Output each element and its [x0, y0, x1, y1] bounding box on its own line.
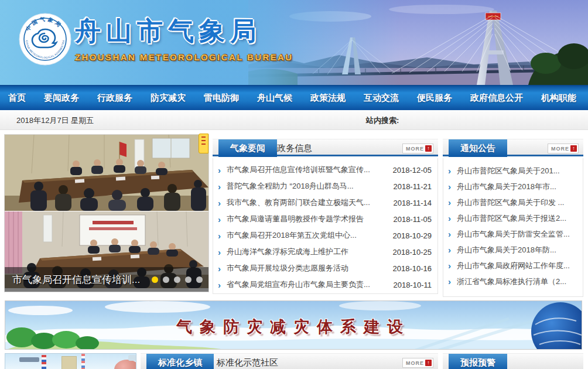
news-link[interactable]: 市气象局开展垃圾分类志愿服务活动 [227, 263, 388, 274]
news-date: 2018-12-05 [393, 166, 432, 175]
notice-row[interactable]: › 舟山市气象局政府网站工作年度... [443, 258, 583, 274]
list-arrow-icon: › [448, 276, 457, 286]
carousel-dot-5[interactable] [196, 276, 203, 283]
news-date: 2018-11-05 [393, 215, 432, 224]
news-row[interactable]: › 普陀气象全程助力 “2018舟山群岛马... 2018-11-21 [213, 178, 437, 194]
news-row[interactable]: › 市气象局召开信息宣传培训班暨气象宣传... 2018-12-05 [213, 162, 437, 178]
news-row[interactable]: › 省气象局党组宣布舟山市气象局主要负责... 2018-10-11 [213, 276, 437, 293]
notice-link[interactable]: 舟山市气象局关于2018年防... [457, 245, 577, 255]
carousel-photo-1[interactable] [5, 135, 208, 211]
carousel-dot-4[interactable] [185, 276, 192, 283]
news-date: 2018-10-11 [393, 281, 432, 289]
news-link[interactable]: 普陀气象全程助力 “2018舟山群岛马... [227, 181, 388, 192]
tab-weather-news[interactable]: 气象要闻 [218, 139, 277, 157]
standards-tabbar: 标准化乡镇 标准化示范社区 MORE ↑ [141, 353, 438, 369]
list-arrow-icon: › [448, 182, 457, 192]
list-arrow-icon: › [218, 182, 227, 192]
tab-standard-communities[interactable]: 标准化示范社区 [217, 354, 278, 369]
news-row[interactable]: › 我市气象、教育两部门联合建立极端天气... 2018-11-14 [213, 194, 437, 211]
list-arrow-icon: › [218, 231, 227, 241]
nav-item-climate[interactable]: 舟山气候 [257, 93, 292, 104]
notice-link[interactable]: 舟山市气象局关于防雷安全监管... [457, 229, 577, 240]
notice-link[interactable]: 浙江省气象局标准执行清单（2... [457, 276, 577, 287]
nav-item-home[interactable]: 首页 [8, 93, 26, 104]
notice-link[interactable]: 舟山市普陀区气象局关于201... [457, 166, 577, 176]
standards-more-button[interactable]: MORE ↑ [402, 358, 433, 368]
forecast-tabbar: 预报预警 [443, 353, 583, 369]
notice-row[interactable]: › 舟山市普陀区气象局关于印发 ... [443, 194, 583, 210]
notice-tabbar: 通知公告 MORE ↑ [443, 139, 583, 156]
nav-item-policy[interactable]: 政策法规 [310, 93, 346, 104]
notice-link[interactable]: 舟山市普陀区气象局关于印发 ... [457, 197, 577, 208]
news-link[interactable]: 市气象局召开2018年第五次党组中心... [227, 230, 388, 241]
nav-item-info-disclosure[interactable]: 政府信息公开 [470, 93, 523, 104]
tab-notices[interactable]: 通知公告 [449, 139, 507, 157]
news-row[interactable]: › 市气象局召开2018年第五次党组中心... 2018-10-29 [213, 227, 437, 244]
news-date: 2018-10-25 [393, 248, 432, 257]
floating-widget-tab[interactable] [199, 134, 208, 153]
list-arrow-icon: › [218, 165, 227, 175]
news-date: 2018-10-16 [393, 264, 432, 273]
list-arrow-icon: › [448, 197, 457, 207]
news-row[interactable]: › 市气象局开展垃圾分类志愿服务活动 2018-10-16 [213, 260, 437, 276]
notices-more-button[interactable]: MORE ↑ [548, 144, 579, 153]
nav-item-functions[interactable]: 机构职能 [541, 93, 576, 104]
page: 中国气象局 CHINA METEOROLOGICAL ADMINISTRATIO… [0, 0, 588, 369]
list-arrow-icon: › [218, 214, 227, 224]
disaster-prevention-banner[interactable]: 气象防灾减灾体系建设 [5, 300, 582, 350]
nav-item-lightning[interactable]: 雷电防御 [204, 93, 239, 104]
notice-row[interactable]: › 舟山市普陀区气象局关于报送2... [443, 210, 583, 226]
notice-row[interactable]: › 舟山市气象局关于2018年防... [443, 242, 583, 258]
more-arrow-icon: ↑ [425, 145, 432, 152]
site-search-label: 站内搜索: [366, 115, 399, 126]
photo-carousel[interactable]: 市气象局召开信息宣传培训... [5, 135, 208, 292]
more-label: MORE [406, 146, 424, 152]
notice-row[interactable]: › 浙江省气象局标准执行清单（2... [443, 274, 583, 289]
list-arrow-icon: › [448, 166, 457, 176]
cma-logo: 中国气象局 CHINA METEOROLOGICAL ADMINISTRATIO… [19, 13, 71, 66]
notice-row[interactable]: › 舟山市普陀区气象局关于201... [443, 163, 583, 179]
nav-item-news-gov[interactable]: 要闻政务 [44, 93, 79, 104]
carousel-dots [152, 276, 203, 283]
more-label: MORE [551, 146, 569, 152]
carousel-dot-1[interactable] [152, 276, 158, 283]
nav-item-disaster[interactable]: 防灾减灾 [151, 93, 186, 104]
news-tabbar: 气象要闻 政务信息 MORE ↑ [213, 139, 438, 156]
news-link[interactable]: 市气象局邀请董昌明教授作专题学术报告 [227, 214, 388, 224]
nav-item-admin-service[interactable]: 行政服务 [97, 93, 132, 104]
tab-standard-towns[interactable]: 标准化乡镇 [146, 354, 214, 369]
list-arrow-icon: › [448, 261, 457, 271]
news-link[interactable]: 舟山海洋气象浮标完成海上维护工作 [227, 247, 388, 257]
site-header: 中国气象局 CHINA METEOROLOGICAL ADMINISTRATIO… [0, 0, 588, 85]
nav-item-interaction[interactable]: 互动交流 [364, 93, 399, 104]
site-subtitle: ZHOUSHAN METEOROLOGICAL BUREAU [75, 52, 350, 62]
carousel-caption-bar: 市气象局召开信息宣传培训... [5, 267, 208, 292]
current-date: 2018年12月7日 星期五 [16, 115, 94, 126]
more-label: MORE [406, 360, 424, 366]
date-search-bar: 2018年12月7日 星期五 站内搜索: [0, 110, 588, 130]
tab-forecast-warning[interactable]: 预报预警 [449, 354, 507, 369]
notice-link[interactable]: 舟山市气象局政府网站工作年度... [457, 261, 577, 271]
news-link[interactable]: 省气象局党组宣布舟山市气象局主要负责... [227, 279, 388, 290]
more-arrow-icon: ↑ [425, 360, 432, 366]
carousel-dot-2[interactable] [163, 276, 169, 283]
news-row[interactable]: › 舟山海洋气象浮标完成海上维护工作 2018-10-25 [213, 244, 437, 260]
notice-link[interactable]: 舟山市气象局关于2018年市... [457, 182, 577, 192]
notice-row[interactable]: › 舟山市气象局关于2018年市... [443, 179, 583, 194]
news-link[interactable]: 市气象局召开信息宣传培训班暨气象宣传... [227, 165, 388, 175]
carousel-dot-3[interactable] [174, 276, 180, 283]
tab-gov-info[interactable]: 政务信息 [277, 139, 312, 157]
notice-row[interactable]: › 舟山市气象局关于防雷安全监管... [443, 226, 583, 242]
notice-link[interactable]: 舟山市普陀区气象局关于报送2... [457, 213, 577, 224]
mailbox-banner-image[interactable] [5, 353, 136, 369]
header-title-block: 舟山市气象局 ZHOUSHAN METEOROLOGICAL BUREAU [75, 14, 350, 62]
news-date: 2018-10-29 [393, 231, 432, 240]
nav-item-convenience[interactable]: 便民服务 [417, 93, 452, 104]
news-more-button[interactable]: MORE ↑ [402, 144, 433, 153]
notice-list: › 舟山市普陀区气象局关于201... › 舟山市气象局关于2018年市... … [443, 158, 583, 297]
news-row[interactable]: › 市气象局邀请董昌明教授作专题学术报告 2018-11-05 [213, 211, 437, 227]
news-link[interactable]: 我市气象、教育两部门联合建立极端天气... [227, 197, 388, 208]
carousel-caption-link[interactable]: 市气象局召开信息宣传培训... [12, 273, 140, 286]
list-arrow-icon: › [218, 280, 227, 290]
list-arrow-icon: › [218, 264, 227, 274]
